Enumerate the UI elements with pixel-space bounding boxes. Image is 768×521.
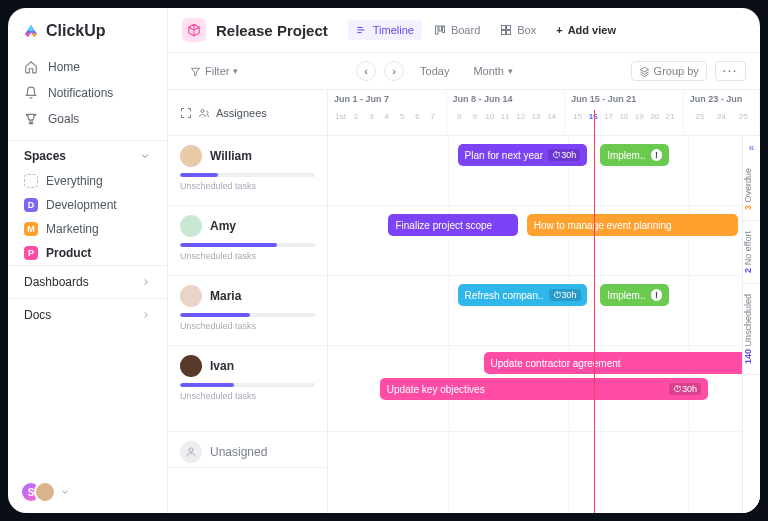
nav-goals-label: Goals — [48, 112, 79, 126]
workload-bar — [180, 243, 315, 247]
nav-notifications-label: Notifications — [48, 86, 113, 100]
trophy-icon — [24, 112, 38, 126]
chevron-right-icon — [141, 310, 151, 320]
svg-rect-5 — [502, 31, 506, 35]
nav-home[interactable]: Home — [8, 54, 167, 80]
view-board[interactable]: Board — [426, 20, 488, 40]
assignee-row[interactable]: Amy Unscheduled tasks — [168, 206, 327, 276]
avatar — [180, 355, 202, 377]
user-presence[interactable]: S — [20, 481, 70, 503]
filter-icon — [190, 66, 201, 77]
grid-icon — [24, 174, 38, 188]
user-avatar — [34, 481, 56, 503]
assignee-row[interactable]: Unasigned — [168, 432, 327, 468]
people-icon — [198, 107, 210, 119]
workload-bar — [180, 173, 315, 177]
avatar — [180, 215, 202, 237]
task-bar[interactable]: Plan for next year⏱30h — [458, 144, 588, 166]
lane-ivan: Update contractor agreement Update key o… — [328, 346, 760, 432]
space-everything[interactable]: Everything — [8, 169, 167, 193]
svg-rect-6 — [507, 31, 511, 35]
nav-home-label: Home — [48, 60, 80, 74]
space-badge-icon: M — [24, 222, 38, 236]
task-bar[interactable]: Update contractor agreement — [484, 352, 752, 374]
prev-button[interactable]: ‹ — [356, 61, 376, 81]
svg-rect-2 — [442, 26, 444, 33]
cube-icon — [187, 23, 201, 37]
space-marketing[interactable]: M Marketing — [8, 217, 167, 241]
svg-rect-3 — [502, 26, 506, 30]
today-button[interactable]: Today — [412, 61, 457, 81]
unscheduled-label: Unscheduled tasks — [180, 251, 315, 261]
unscheduled-label: Unscheduled tasks — [180, 391, 315, 401]
unassigned-icon — [180, 441, 202, 463]
timeline-icon — [356, 24, 368, 36]
chevron-down-icon — [139, 150, 151, 162]
tab-unscheduled[interactable]: 140 Unscheduled — [743, 284, 760, 375]
layers-icon — [639, 66, 650, 77]
expand-icon — [180, 107, 192, 119]
period-select[interactable]: Month▾ — [465, 61, 521, 81]
assignee-row[interactable]: Maria Unscheduled tasks — [168, 276, 327, 346]
svg-rect-1 — [439, 26, 442, 31]
brand-logo[interactable]: ClickUp — [8, 8, 167, 52]
task-bar[interactable]: Refresh compan..⏱30h — [458, 284, 588, 306]
nav-goals[interactable]: Goals — [8, 106, 167, 132]
space-development[interactable]: D Development — [8, 193, 167, 217]
avatar — [180, 285, 202, 307]
today-marker — [594, 110, 595, 513]
project-icon — [182, 18, 206, 42]
svg-rect-4 — [507, 26, 511, 30]
space-badge-icon: P — [24, 246, 38, 260]
view-add[interactable]: + Add view — [548, 20, 624, 40]
brand-name: ClickUp — [46, 22, 106, 40]
assignees-header[interactable]: Assignees — [168, 90, 327, 136]
lane-maria: Refresh compan..⏱30h Implem..! — [328, 276, 760, 346]
svg-point-7 — [201, 109, 204, 112]
unscheduled-label: Unscheduled tasks — [180, 321, 315, 331]
lane-amy: Finalize project scope How to manage eve… — [328, 206, 760, 276]
lane-william: Plan for next year⏱30h Implem..! — [328, 136, 760, 206]
task-bar[interactable]: Finalize project scope — [388, 214, 518, 236]
section-dashboards[interactable]: Dashboards — [8, 265, 167, 298]
clickup-logo-icon — [22, 22, 40, 40]
box-icon — [500, 24, 512, 36]
workload-bar — [180, 383, 315, 387]
collapse-panel[interactable]: « — [743, 136, 760, 158]
spaces-header[interactable]: Spaces — [8, 140, 167, 169]
task-bar[interactable]: Implem..! — [600, 144, 669, 166]
tab-noeffort[interactable]: 2 No effort — [743, 221, 760, 284]
section-docs[interactable]: Docs — [8, 298, 167, 331]
assignee-row[interactable]: William Unscheduled tasks — [168, 136, 327, 206]
workload-bar — [180, 313, 315, 317]
unscheduled-label: Unscheduled tasks — [180, 181, 315, 191]
project-title: Release Project — [216, 22, 328, 39]
groupby-button[interactable]: Group by — [631, 61, 707, 81]
nav-notifications[interactable]: Notifications — [8, 80, 167, 106]
assignee-row[interactable]: Ivan Unscheduled tasks — [168, 346, 327, 432]
chevron-right-icon — [141, 277, 151, 287]
tab-overdue[interactable]: 3 Overdue — [743, 158, 760, 221]
space-badge-icon: D — [24, 198, 38, 212]
chevron-down-icon — [60, 487, 70, 497]
timeline-header: Jun 1 - Jun 71st234567 Jun 8 - Jun 14891… — [328, 90, 760, 136]
task-bar[interactable]: How to manage event planning — [527, 214, 739, 236]
svg-rect-0 — [435, 26, 438, 34]
task-bar[interactable]: Update key objectives⏱30h — [380, 378, 708, 400]
next-button[interactable]: › — [384, 61, 404, 81]
space-product[interactable]: P Product — [8, 241, 167, 265]
avatar — [180, 145, 202, 167]
home-icon — [24, 60, 38, 74]
more-button[interactable]: ··· — [715, 61, 746, 81]
view-timeline[interactable]: Timeline — [348, 20, 422, 40]
bell-icon — [24, 86, 38, 100]
view-box[interactable]: Box — [492, 20, 544, 40]
filter-button[interactable]: Filter ▾ — [182, 61, 246, 81]
board-icon — [434, 24, 446, 36]
svg-point-8 — [189, 448, 193, 452]
task-bar[interactable]: Implem..! — [600, 284, 669, 306]
